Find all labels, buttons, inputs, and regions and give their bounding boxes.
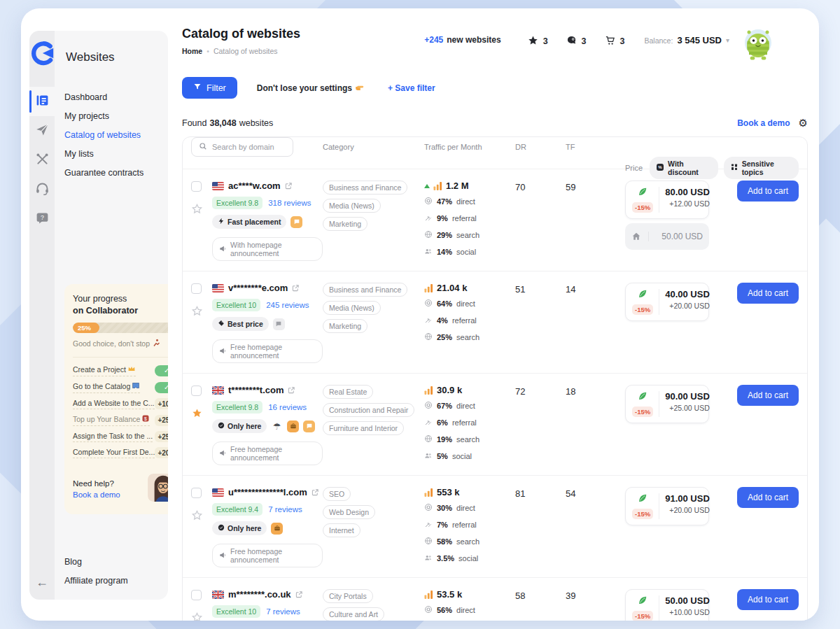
traffic-bars-icon [424,488,433,497]
table-row: v********e.com Excellent 10 245 reviews … [183,271,807,374]
tf-value: 54 [566,487,625,567]
traffic-stat-direct: 64%direct [424,297,515,310]
add-to-cart-button[interactable]: Add to cart [737,283,799,304]
col-header-tf: TF [566,143,625,151]
collaborator-logo-icon[interactable] [29,41,55,66]
add-to-cart-button[interactable]: Add to cart [737,385,799,406]
domain-name[interactable]: m********.co.uk [228,589,291,600]
domain-name[interactable]: u**************l.com [228,487,307,497]
reviews-link[interactable]: 7 reviews [266,607,300,616]
price-main: 80.00 USD [665,187,710,197]
counter-chat-icon[interactable]: 3 [566,35,587,48]
leaf-icon [638,391,648,404]
progress-task: Add a Website to the C...+10% [73,398,168,409]
save-filter-link[interactable]: + Save filter [388,83,435,93]
rail-send-icon[interactable] [29,116,55,146]
sidebar-footer-blog[interactable]: Blog [64,557,168,567]
sidebar-footer-affiliate-program[interactable]: Affiliate program [64,576,168,586]
price-card[interactable]: -15% 80.00 USD +12.00 USD [625,181,709,219]
category-chip: Media (News) [323,301,381,315]
chat-mini-icon [290,216,302,228]
price-main: 40.00 USD [665,289,710,299]
rail-help-icon[interactable]: ? [29,204,55,234]
favorite-star-icon[interactable] [191,612,203,621]
row-checkbox[interactable] [191,181,202,192]
sidebar-item-catalog-of-websites[interactable]: Catalog of websites [64,130,168,140]
reviews-link[interactable]: 318 reviews [268,199,311,207]
breadcrumb-home[interactable]: Home [182,47,202,55]
col-header-traffic: Traffic per Month [424,143,515,151]
category-chip: City Portals [323,589,373,603]
sidebar-item-dashboard[interactable]: Dashboard [64,92,168,102]
rail-support-icon[interactable] [29,175,55,204]
collapse-sidebar-button[interactable]: ← [36,575,48,590]
rail-dashboard-icon[interactable] [29,87,55,116]
progress-task: Go to the Catalog✓ [73,381,168,393]
table-row: u**************l.com Excellent 9.4 7 rev… [183,476,807,578]
external-link-icon[interactable] [295,591,303,598]
referral-icon [424,518,433,531]
reviews-link[interactable]: 7 reviews [268,505,302,514]
favorite-star-icon[interactable] [191,407,203,419]
sidebar-icon-rail: ? ← [29,31,55,600]
price-main: 91.00 USD [665,493,710,504]
domain-name[interactable]: ac****w.com [228,181,281,191]
external-link-icon[interactable] [312,488,319,496]
task-done-check: ✓ [155,365,168,376]
briefcase-icon [287,420,299,432]
progress-bar: 25% [73,323,168,333]
traffic-stat-search: 29%search [424,229,515,241]
add-to-cart-button[interactable]: Add to cart [737,589,799,610]
traffic-stat-referral: 9%referral [424,212,515,225]
filter-button[interactable]: Filter [182,77,237,99]
sidebar-title: Websites [66,50,168,64]
favorite-star-icon[interactable] [191,305,203,317]
price-card[interactable]: -15% 91.00 USD +20.00 USD [625,487,709,525]
domain-name[interactable]: t********t.com [228,385,284,395]
price-card[interactable]: -15% 40.00 USD +20.00 USD [625,283,709,321]
gear-icon[interactable]: ⚙ [799,117,808,129]
external-link-icon[interactable] [292,284,300,292]
counter-cart-icon[interactable]: 3 [605,35,625,48]
domain-name[interactable]: v********e.com [228,283,288,293]
row-checkbox[interactable] [191,386,202,396]
search-input[interactable] [212,143,286,151]
discount-badge: -15% [632,509,653,519]
book-demo-link[interactable]: Book a demo [73,490,120,499]
sidebar-item-my-lists[interactable]: My lists [64,149,168,159]
reviews-link[interactable]: 16 reviews [268,403,307,411]
app-window: ? ← Websites DashboardMy projectsCatalog… [21,8,819,621]
rail-tools-icon[interactable] [29,146,55,175]
sidebar-item-guarantee-contracts[interactable]: Guarantee contracts [64,168,168,178]
sidebar-item-my-projects[interactable]: My projects [64,111,168,121]
row-checkbox[interactable] [191,590,202,600]
add-to-cart-button[interactable]: Add to cart [737,487,799,508]
send-icon [35,122,50,140]
home-icon [631,232,649,241]
counter-star-icon[interactable]: 3 [528,35,548,48]
flag-us-icon [212,182,224,190]
row-checkbox[interactable] [191,488,202,498]
referral-icon [424,212,433,225]
support-agent-avatar[interactable] [148,474,168,504]
tf-value: 18 [566,385,625,465]
user-avatar[interactable] [741,27,776,62]
balance-value: 3 545 USD [677,35,722,45]
homepage-price[interactable]: 50.00 USD [625,223,709,250]
reviews-link[interactable]: 245 reviews [266,301,309,309]
search-icon [199,141,207,153]
social-icon [424,552,433,565]
add-to-cart-button[interactable]: Add to cart [737,181,799,202]
book-demo-link-top[interactable]: Book a demo [737,118,790,128]
row-checkbox[interactable] [191,283,202,294]
social-icon [424,246,433,258]
main-content: Catalog of websites Home • Catalog of we… [168,8,819,621]
favorite-star-icon[interactable] [191,509,203,521]
external-link-icon[interactable] [285,182,293,190]
price-extra: +12.00 USD [665,199,710,208]
price-card[interactable]: -15% 90.00 USD +25.00 USD [625,385,709,423]
price-card[interactable]: -15% 50.00 USD +10.00 USD [625,589,709,621]
external-link-icon[interactable] [288,386,295,394]
balance-dropdown[interactable]: Balance: 3 545 USD ▾ [645,35,730,45]
favorite-star-icon[interactable] [191,203,203,215]
